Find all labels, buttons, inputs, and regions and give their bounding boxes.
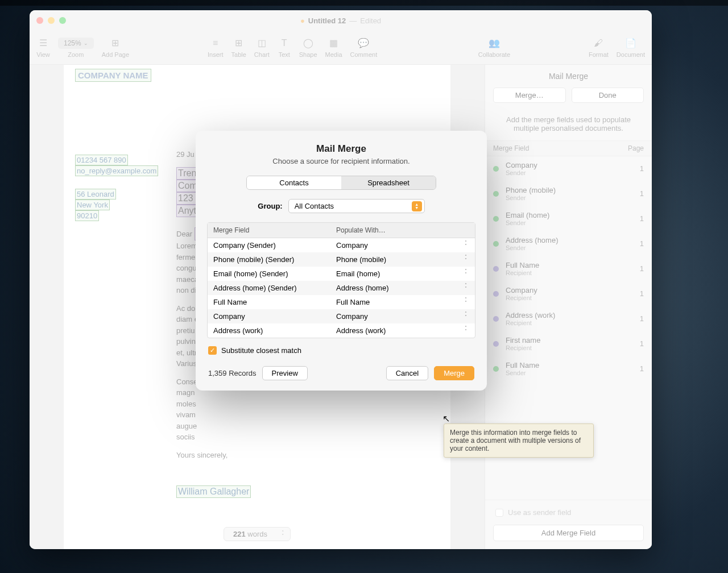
select-chevron-icon: ▲▼ <box>412 201 422 211</box>
populate-cell[interactable]: Company˄˅ <box>336 312 469 321</box>
mapping-row[interactable]: Phone (mobile) (Sender) Phone (mobile)˄˅ <box>208 252 475 267</box>
mapping-row[interactable]: Address (home) (Sender) Address (home)˄˅ <box>208 281 475 295</box>
chevron-icon: ˄˅ <box>465 255 467 261</box>
field-role: Recipient <box>506 344 640 351</box>
mapping-row[interactable]: Address (work) Address (work)˄˅ <box>208 323 475 338</box>
merge-field-cell: Full Name <box>213 298 336 306</box>
chevron-icon: ˄˅ <box>465 326 467 333</box>
chevron-icon: ˄˅ <box>282 530 284 538</box>
toolbar-zoom[interactable]: 125%⌄Zoom <box>58 38 94 58</box>
toolbar-collaborate[interactable]: 👥Collaborate <box>478 38 510 58</box>
toolbar-media[interactable]: ▦Media <box>325 38 342 58</box>
fullscreen-window-button[interactable] <box>59 17 66 24</box>
source-segmented-control[interactable]: Contacts Spreadsheet <box>246 176 436 190</box>
merge-field-row[interactable]: Address (home)Sender 1 <box>485 231 652 256</box>
chevron-icon: ˄˅ <box>465 269 467 276</box>
toolbar-text[interactable]: TText <box>278 38 291 58</box>
close-window-button[interactable] <box>36 17 43 24</box>
chevron-icon: ˄˅ <box>465 312 467 318</box>
add-merge-field-button[interactable]: Add Merge Field <box>493 525 644 541</box>
seg-contacts[interactable]: Contacts <box>247 176 341 189</box>
checkbox-icon <box>495 509 503 517</box>
merge-field-row[interactable]: CompanySender 1 <box>485 156 652 181</box>
field-role: Sender <box>506 369 640 376</box>
field-page: 1 <box>640 264 644 273</box>
sidebar-icon: ☰ <box>36 38 50 49</box>
collaborate-icon: 👥 <box>487 38 501 49</box>
merge-field-row[interactable]: Phone (mobile)Sender 1 <box>485 181 652 206</box>
signature-field[interactable]: William Gallagher <box>176 485 251 498</box>
company-field[interactable]: COMPANY NAME <box>75 69 151 82</box>
phone-field[interactable]: 01234 567 890 <box>75 155 128 165</box>
merge-field-row[interactable]: Email (home)Sender 1 <box>485 206 652 231</box>
field-name: Email (home) <box>506 211 640 219</box>
merge-field-cell: Address (home) (Sender) <box>213 284 336 292</box>
toolbar-document[interactable]: 📄Document <box>617 38 645 58</box>
toolbar-format[interactable]: 🖌Format <box>589 38 609 58</box>
chevron-down-icon: ⌄ <box>84 40 88 46</box>
cancel-button[interactable]: Cancel <box>386 366 428 380</box>
use-sender-checkbox[interactable]: Use as sender field <box>493 508 644 517</box>
minimize-window-button[interactable] <box>48 17 55 24</box>
toolbar-comment[interactable]: 💬Comment <box>350 38 378 58</box>
merge-field-row[interactable]: CompanyRecipient 1 <box>485 281 652 306</box>
insert-icon: ≡ <box>209 38 222 49</box>
populate-cell[interactable]: Email (home)˄˅ <box>336 269 469 278</box>
mapping-row[interactable]: Full Name Full Name˄˅ <box>208 295 475 309</box>
toolbar-add-page[interactable]: ⊞Add Page <box>102 38 129 58</box>
merge-button[interactable]: Merge <box>434 366 474 380</box>
merge-field-cell: Address (work) <box>213 326 336 335</box>
records-count: 1,359 Records <box>208 369 257 377</box>
status-dot-icon <box>493 266 499 272</box>
group-label: Group: <box>258 202 282 210</box>
merge-field-cell: Company <box>213 312 336 321</box>
populate-cell[interactable]: Full Name˄˅ <box>336 298 469 306</box>
field-role: Recipient <box>506 269 640 276</box>
toolbar-insert[interactable]: ≡Insert <box>208 38 224 58</box>
field-name: Full Name <box>506 261 640 269</box>
merge-field-row[interactable]: First nameRecipient 1 <box>485 331 652 356</box>
field-role: Sender <box>506 169 640 176</box>
done-button[interactable]: Done <box>572 88 644 103</box>
system-menubar <box>0 0 728 6</box>
field-page: 1 <box>640 339 644 348</box>
mapping-row[interactable]: Company Company˄˅ <box>208 309 475 323</box>
group-select[interactable]: All Contacts ▲▼ <box>288 199 425 213</box>
populate-cell[interactable]: Address (home)˄˅ <box>336 284 469 292</box>
merge-field-row[interactable]: Full NameRecipient 1 <box>485 256 652 281</box>
addr3-field[interactable]: 90210 <box>75 210 99 221</box>
toolbar-chart[interactable]: ◫Chart <box>254 38 270 58</box>
table-icon: ⊞ <box>232 38 246 49</box>
window-title: ● Untitled 12 — Edited <box>300 16 381 25</box>
substitute-checkbox[interactable]: ✓ Substitute closest match <box>208 346 474 355</box>
merge-field-row[interactable]: Full NameSender 1 <box>485 356 652 381</box>
populate-cell[interactable]: Phone (mobile)˄˅ <box>336 255 469 264</box>
toolbar-view[interactable]: ☰View <box>36 38 50 58</box>
field-name: Company <box>506 286 640 294</box>
status-dot-icon <box>493 241 499 247</box>
field-name: Full Name <box>506 361 640 369</box>
mapping-row[interactable]: Company (Sender) Company˄˅ <box>208 238 475 252</box>
addr2-field[interactable]: New York <box>75 200 110 210</box>
modal-subtitle: Choose a source for recipient informatio… <box>196 157 487 165</box>
document-icon: 📄 <box>624 38 638 49</box>
chevron-icon: ˄˅ <box>465 241 467 247</box>
col-populate-with: Populate With… <box>336 226 469 234</box>
toolbar-shape[interactable]: ◯Shape <box>299 38 317 58</box>
addr1-field[interactable]: 56 Leonard <box>75 189 116 200</box>
toolbar-table[interactable]: ⊞Table <box>231 38 246 58</box>
populate-cell[interactable]: Company˄˅ <box>336 241 469 250</box>
word-count[interactable]: 221 words ˄˅ <box>224 527 291 541</box>
field-name: First name <box>506 336 640 344</box>
merge-field-cell: Phone (mobile) (Sender) <box>213 255 336 264</box>
populate-cell[interactable]: Address (work)˄˅ <box>336 326 469 335</box>
preview-button[interactable]: Preview <box>262 366 308 380</box>
merge-field-row[interactable]: Address (work)Recipient 1 <box>485 306 652 331</box>
col-merge-field: Merge Field <box>493 144 628 152</box>
mapping-row[interactable]: Email (home) (Sender) Email (home)˄˅ <box>208 267 475 281</box>
merge-button[interactable]: Merge… <box>493 88 566 103</box>
field-role: Recipient <box>506 294 640 301</box>
seg-spreadsheet[interactable]: Spreadsheet <box>341 176 436 189</box>
zoom-select[interactable]: 125%⌄ <box>58 38 94 49</box>
email-field[interactable]: no_reply@example.com <box>75 165 158 176</box>
